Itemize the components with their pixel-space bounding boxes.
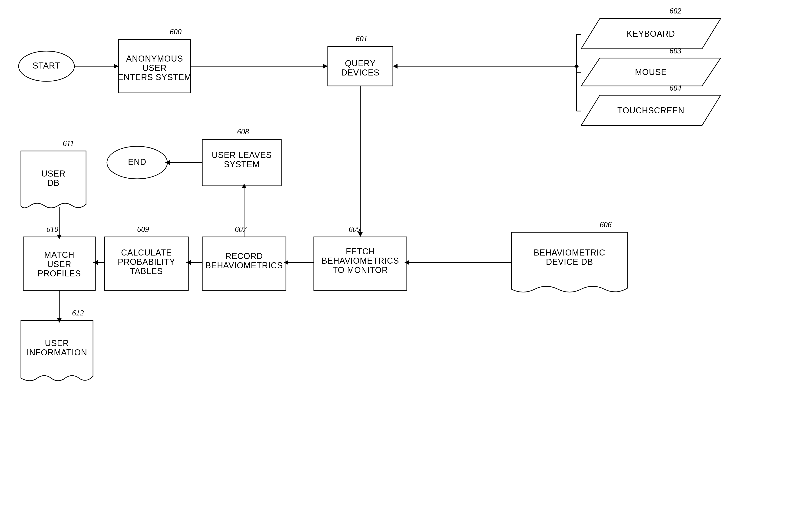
node-605-label3: TO MONITOR xyxy=(333,265,388,275)
node-601-label: QUERY xyxy=(345,58,376,68)
label-601: 601 xyxy=(356,34,368,43)
node-601-label2: DEVICES xyxy=(341,68,379,77)
label-605: 605 xyxy=(349,225,360,234)
node-600-label3: ENTERS SYSTEM xyxy=(118,73,191,82)
label-612: 612 xyxy=(72,308,84,317)
label-610: 610 xyxy=(46,225,59,234)
node-607-label2: BEHAVIOMETRICS xyxy=(205,261,283,270)
arrowhead-600-601 xyxy=(323,64,328,69)
arrowhead-start-600 xyxy=(114,64,119,69)
arrowhead-devices-601 xyxy=(393,64,397,69)
node-611-label2: DB xyxy=(47,178,60,188)
node-609-label2: PROBABILITY xyxy=(118,257,175,267)
label-611: 611 xyxy=(63,139,74,147)
node-612-label2: INFORMATION xyxy=(27,348,87,357)
start-label: START xyxy=(33,61,61,70)
label-602: 602 xyxy=(669,6,681,15)
node-609-label1: CALCULATE xyxy=(121,248,172,257)
node-600-label2: USER xyxy=(143,63,167,73)
label-608: 608 xyxy=(237,127,249,136)
node-612-label1: USER xyxy=(45,338,69,348)
label-609: 609 xyxy=(137,225,149,234)
node-611-label1: USER xyxy=(41,169,66,178)
node-605-label2: BEHAVIOMETRICS xyxy=(321,256,399,265)
node-610-label2: USER xyxy=(47,259,71,269)
node-610-label1: MATCH xyxy=(44,250,74,260)
node-604-label: TOUCHSCREEN xyxy=(617,106,684,115)
node-608-label2: SYSTEM xyxy=(224,160,260,169)
node-609-label3: TABLES xyxy=(130,266,163,276)
node-610-label3: PROFILES xyxy=(38,269,81,278)
junction-diamond xyxy=(574,64,579,69)
label-600: 600 xyxy=(170,28,182,36)
node-602-label: KEYBOARD xyxy=(627,29,675,39)
label-604: 604 xyxy=(669,84,681,92)
node-607-label1: RECORD xyxy=(225,251,263,261)
node-606-label2: DEVICE DB xyxy=(546,257,593,267)
node-606-label1: BEHAVIOMETRIC xyxy=(534,248,605,257)
end-label: END xyxy=(128,157,146,167)
flowchart-diagram: START ANONYMOUS USER ENTERS SYSTEM 600 Q… xyxy=(0,0,812,508)
node-600-label: ANONYMOUS xyxy=(126,54,183,64)
label-606: 606 xyxy=(600,220,612,229)
node-605-label1: FETCH xyxy=(346,247,375,256)
node-603-label: MOUSE xyxy=(635,67,667,77)
label-603: 603 xyxy=(669,46,681,55)
node-608-label1: USER LEAVES xyxy=(212,150,272,160)
label-607: 607 xyxy=(235,225,247,234)
